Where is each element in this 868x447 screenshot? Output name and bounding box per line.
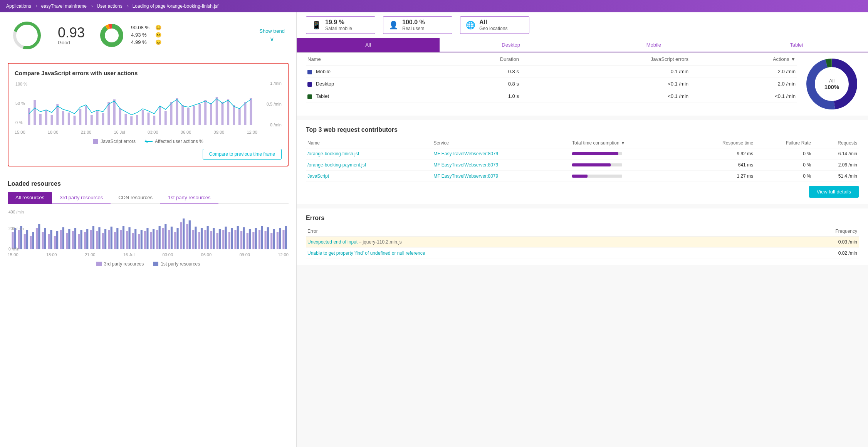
breadcrumb-applications[interactable]: Applications <box>6 3 41 9</box>
svg-rect-67 <box>68 229 70 249</box>
svg-rect-9 <box>34 100 36 125</box>
compare-btn-row: Compare to previous time frame <box>15 149 282 160</box>
color-dot-0 <box>307 70 312 74</box>
table-row: Unable to get property 'find' of undefin… <box>306 248 859 259</box>
svg-text:0 /min: 0 /min <box>8 247 19 251</box>
res-x-1: 18:00 <box>46 252 57 257</box>
web-service-0[interactable]: MF EasyTravelWebserver:8079 <box>432 148 571 160</box>
service-link-0[interactable]: MF EasyTravelWebserver:8079 <box>433 151 498 156</box>
svg-rect-55 <box>32 232 34 249</box>
svg-rect-81 <box>111 227 112 249</box>
device-tab-all[interactable]: All <box>297 38 440 52</box>
web-bar-2 <box>571 171 685 182</box>
service-link-2[interactable]: MF EasyTravelWebserver:8079 <box>433 173 498 179</box>
device-tab-mobile[interactable]: Mobile <box>583 38 725 52</box>
svg-rect-49 <box>14 228 16 249</box>
breadcrumb-page[interactable]: Loading of page /orange-booking-finish.j… <box>133 3 223 9</box>
resources-title: Loaded resources <box>8 180 289 187</box>
filter-real-users[interactable]: 👤 100.0 % Real users <box>383 16 452 34</box>
svg-rect-105 <box>183 218 185 249</box>
svg-rect-53 <box>26 230 28 249</box>
filter-geo-text: All Geo locations <box>479 19 507 31</box>
web-name-2[interactable]: JavaScript <box>306 171 432 182</box>
compare-previous-button[interactable]: Compare to previous time frame <box>203 149 282 160</box>
resources-section: Loaded resources All resources 3rd party… <box>0 174 296 273</box>
res-x-3: 16 Jul <box>123 252 134 257</box>
actions-1: 2.0 /min <box>690 78 797 90</box>
svg-rect-74 <box>90 230 92 249</box>
error-link-1[interactable]: Unable to get property 'find' of undefin… <box>307 250 425 256</box>
svg-rect-103 <box>176 228 178 249</box>
svg-rect-29 <box>148 113 150 125</box>
web-name-0[interactable]: /orange-booking-finish.jsf <box>306 148 432 160</box>
svg-text:400 /min: 400 /min <box>8 210 24 214</box>
score-label: Good <box>58 40 85 45</box>
web-link-0[interactable]: /orange-booking-finish.jsf <box>307 151 359 156</box>
web-link-2[interactable]: JavaScript <box>307 173 329 179</box>
js-errors-chart-section: Compare JavaScript errors with user acti… <box>8 63 289 166</box>
color-dot-2 <box>307 94 312 99</box>
svg-rect-59 <box>44 228 46 249</box>
error-name-1[interactable]: Unable to get property 'find' of undefin… <box>306 248 764 259</box>
device-tab-desktop[interactable]: Desktop <box>440 38 583 52</box>
svg-rect-139 <box>285 226 287 249</box>
tab-all-resources[interactable]: All resources <box>8 192 52 204</box>
time-bar-fill-1 <box>572 163 611 166</box>
res-x-6: 09:00 <box>239 252 250 257</box>
satisfaction-icon-2: 😠 <box>155 39 161 45</box>
svg-point-2 <box>102 26 121 45</box>
web-link-1[interactable]: /orange-booking-payment.jsf <box>307 162 366 168</box>
x-label-0: 15:00 <box>15 130 25 134</box>
table-row: Unexpected end of input – jquery-110.2.m… <box>306 237 859 248</box>
svg-rect-24 <box>119 108 121 125</box>
web-request-table: Name Service Total time consumption ▼ Re… <box>306 138 859 182</box>
svg-rect-78 <box>102 233 104 249</box>
resource-chart-svg: 400 /min 200 /min 0 /min <box>8 209 289 251</box>
mobile-icon: 📱 <box>312 20 321 30</box>
svg-rect-62 <box>54 236 56 249</box>
table-row: JavaScript MF EasyTravelWebserver:8079 <box>306 171 859 182</box>
web-service-2[interactable]: MF EasyTravelWebserver:8079 <box>432 171 571 182</box>
legend-3rd-party-icon <box>96 262 102 266</box>
web-name-1[interactable]: /orange-booking-payment.jsf <box>306 160 432 171</box>
error-name-0[interactable]: Unexpected end of input – jquery-110.2.m… <box>306 237 764 248</box>
show-trend[interactable]: Show trend ∨ <box>259 28 285 43</box>
tab-3rd-party[interactable]: 3rd party resources <box>52 192 111 204</box>
svg-rect-44 <box>233 105 235 125</box>
device-tab-tablet[interactable]: Tablet <box>725 38 868 52</box>
filter-safari[interactable]: 📱 19.9 % Safari mobile <box>306 16 375 34</box>
svg-rect-56 <box>36 228 38 249</box>
error-col-error: Error <box>306 226 764 237</box>
x-label-3: 16 Jul <box>114 130 125 134</box>
error-link-0[interactable]: Unexpected end of input <box>307 239 359 245</box>
show-trend-link[interactable]: Show trend <box>259 28 285 34</box>
actions-0: 2.0 /min <box>690 66 797 78</box>
web-resp-2: 1.27 ms <box>685 171 755 182</box>
service-link-1[interactable]: MF EasyTravelWebserver:8079 <box>433 162 498 168</box>
donut-pct: 100% <box>824 84 839 90</box>
tab-cdn[interactable]: CDN resources <box>111 192 160 204</box>
resource-x-labels: 15:00 18:00 21:00 16 Jul 03:00 06:00 09:… <box>8 252 289 257</box>
web-service-1[interactable]: MF EasyTravelWebserver:8079 <box>432 160 571 171</box>
filter-geo[interactable]: 🌐 All Geo locations <box>460 16 529 34</box>
breadcrumb-easytravel[interactable]: easyTravel mainframe <box>41 3 97 9</box>
web-bar-0 <box>571 148 685 160</box>
time-bar-container-0 <box>572 152 622 155</box>
tab-1st-party[interactable]: 1st party resources <box>160 192 218 204</box>
svg-rect-64 <box>60 230 62 249</box>
svg-rect-77 <box>98 227 100 249</box>
globe-icon: 🌐 <box>466 20 475 30</box>
svg-rect-127 <box>249 229 251 249</box>
score-number: 0.93 <box>58 26 85 40</box>
svg-rect-112 <box>204 230 206 249</box>
svg-rect-27 <box>136 115 138 125</box>
time-bar-container-2 <box>572 175 622 178</box>
svg-rect-123 <box>237 226 239 249</box>
legend-3rd-party-label: 3rd party resources <box>104 261 144 267</box>
web-fail-1: 0 % <box>755 160 813 171</box>
col-duration: Duration <box>429 53 520 66</box>
web-fail-0: 0 % <box>755 148 813 160</box>
web-col-name: Name <box>306 138 432 148</box>
breadcrumb-user-actions[interactable]: User actions <box>97 3 133 9</box>
view-full-details-button[interactable]: View full details <box>809 186 859 198</box>
